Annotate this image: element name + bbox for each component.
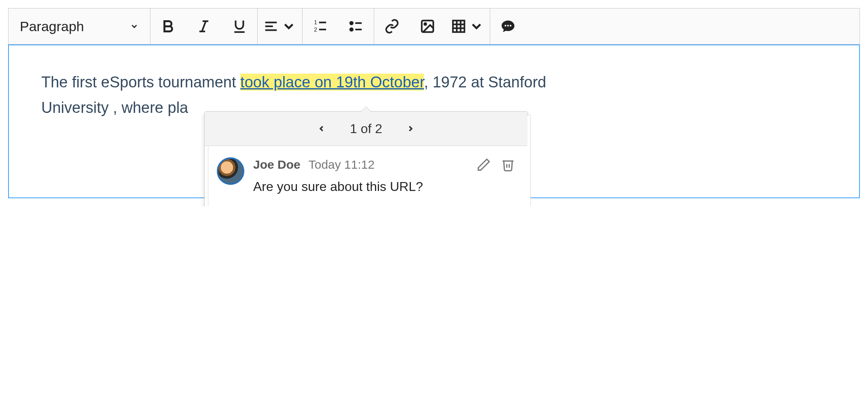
insert-group	[374, 8, 490, 44]
text-line2: University , where pla	[41, 99, 188, 116]
comment-author: Joe Doe	[253, 158, 301, 172]
bold-button[interactable]	[150, 8, 186, 44]
svg-point-12	[350, 28, 353, 31]
bulleted-list-icon	[348, 19, 364, 34]
comment-icon	[500, 19, 516, 34]
comment-text: Are you sure about this URL?	[253, 179, 515, 194]
comment-button[interactable]	[490, 8, 526, 44]
chevron-down-icon	[130, 22, 139, 31]
align-left-icon	[263, 19, 279, 34]
pager-prev-button[interactable]	[313, 121, 330, 137]
heading-group: Paragraph	[8, 8, 150, 44]
comment-item: Joe Doe Today 11:12 Are you sure about t…	[205, 146, 527, 206]
svg-rect-17	[453, 21, 465, 32]
svg-point-23	[507, 25, 509, 26]
bold-icon	[161, 19, 176, 34]
comment-actions	[476, 157, 515, 172]
numbered-list-button[interactable]: 12	[303, 8, 338, 44]
text-after-1: , 1972 at Stanford	[424, 74, 546, 91]
link-button[interactable]	[374, 8, 410, 44]
italic-button[interactable]	[186, 8, 222, 44]
table-icon	[451, 19, 466, 34]
pager-next-button[interactable]	[402, 121, 419, 137]
text-before: The first eSports tournament	[41, 74, 240, 91]
svg-point-11	[350, 22, 353, 24]
image-icon	[420, 19, 435, 34]
numbered-list-icon: 12	[313, 19, 328, 34]
comment-popup: 1 of 2 Joe Doe Today 11:12 Are you sure …	[204, 111, 528, 206]
link-icon	[384, 19, 400, 34]
chevron-down-icon	[281, 19, 296, 34]
table-button[interactable]	[445, 8, 490, 44]
popup-pager: 1 of 2	[205, 112, 527, 146]
chevron-left-icon	[317, 124, 326, 133]
italic-icon	[196, 19, 212, 34]
align-button[interactable]	[258, 8, 302, 44]
bulleted-list-button[interactable]	[338, 8, 374, 44]
comment-tool-group	[490, 8, 860, 44]
toolbar: Paragraph 12	[8, 8, 860, 45]
chevron-down-icon	[469, 19, 484, 34]
heading-select[interactable]: Paragraph	[8, 8, 150, 44]
svg-text:1: 1	[314, 19, 317, 25]
svg-line-2	[202, 21, 206, 31]
popup-arrow	[360, 107, 372, 112]
svg-text:2: 2	[314, 26, 317, 33]
pager-label: 1 of 2	[350, 121, 382, 136]
comment-meta: Joe Doe Today 11:12	[253, 157, 515, 172]
underline-icon	[232, 19, 247, 34]
delete-icon[interactable]	[501, 157, 515, 172]
svg-point-22	[505, 25, 506, 26]
heading-label: Paragraph	[20, 19, 84, 34]
comment-time: Today 11:12	[309, 158, 375, 172]
underline-button[interactable]	[222, 8, 257, 44]
image-button[interactable]	[410, 8, 445, 44]
align-group	[258, 8, 303, 44]
svg-point-24	[510, 25, 511, 26]
editor-wrapper: Paragraph 12	[8, 8, 860, 198]
comment-body: Joe Doe Today 11:12 Are you sure about t…	[253, 157, 515, 194]
comment-avatar	[217, 157, 244, 185]
highlighted-link[interactable]: took place on 19th October	[240, 74, 424, 91]
svg-point-16	[424, 23, 426, 25]
list-group: 12	[303, 8, 374, 44]
chevron-right-icon	[406, 124, 415, 133]
edit-icon[interactable]	[476, 157, 491, 172]
format-group	[150, 8, 258, 44]
